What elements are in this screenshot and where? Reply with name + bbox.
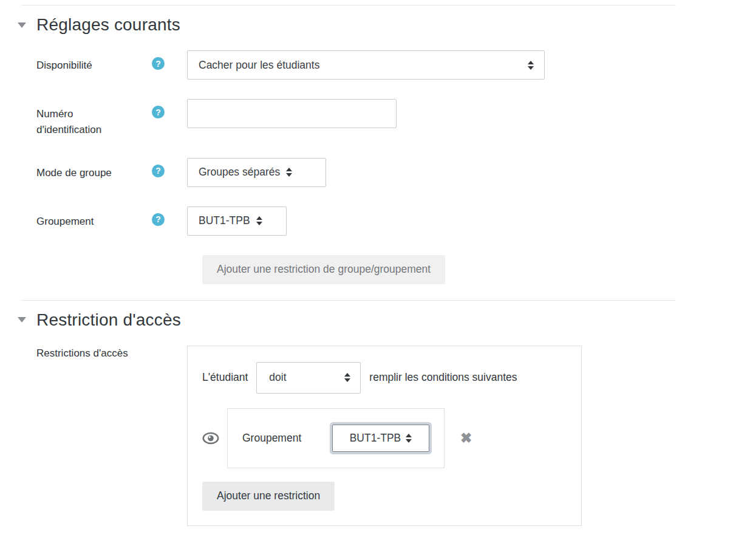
collapse-caret-icon	[18, 317, 26, 323]
section-title-access: Restriction d'accès	[36, 310, 181, 330]
condition-prefix: L'étudiant	[202, 371, 248, 384]
idnumber-field	[187, 99, 397, 128]
restriction-grouping-select[interactable]: BUT1-TPB	[332, 425, 429, 452]
select-arrows-icon	[528, 61, 534, 70]
grouping-select[interactable]: BUT1-TPB	[187, 207, 287, 236]
access-restrictions-field: L'étudiant doit remplir les conditions s…	[187, 346, 582, 526]
help-icon[interactable]: ?	[152, 106, 165, 118]
form-row-availability: Disponibilité ? Cacher pour les étudiant…	[21, 50, 676, 80]
availability-field: Cacher pour les étudiants	[187, 50, 545, 80]
help-icon[interactable]: ?	[152, 57, 165, 70]
help-cell: ?	[152, 207, 187, 226]
top-divider	[21, 5, 676, 5]
restriction-set-box: L'étudiant doit remplir les conditions s…	[187, 346, 582, 526]
section-header-common[interactable]: Réglages courants	[21, 15, 676, 35]
add-restriction-button[interactable]: Ajouter une restriction	[202, 482, 335, 511]
help-icon[interactable]: ?	[152, 165, 165, 177]
form-row-access-restrictions: Restrictions d'accès L'étudiant doit rem…	[21, 346, 676, 526]
section-access-restriction: Restriction d'accès Restrictions d'accès…	[21, 310, 676, 526]
form-row-grouping: Groupement ? BUT1-TPB	[21, 207, 676, 236]
restriction-item-card: Groupement BUT1-TPB	[227, 408, 445, 468]
section-header-access[interactable]: Restriction d'accès	[21, 310, 676, 330]
restriction-type-label: Groupement	[242, 432, 301, 445]
add-group-restriction-row: Ajouter une restriction de groupe/groupe…	[21, 255, 676, 284]
section-title-common: Réglages courants	[36, 15, 180, 35]
grouping-select-value: BUT1-TPB	[199, 214, 250, 227]
groupmode-select[interactable]: Groupes séparés	[187, 158, 326, 187]
select-arrows-icon	[286, 168, 292, 177]
activity-settings-form: Réglages courants Disponibilité ? Cacher…	[21, 0, 676, 526]
condition-line: L'étudiant doit remplir les conditions s…	[202, 362, 567, 394]
section-divider	[21, 300, 676, 301]
remove-restriction-icon[interactable]: ✖	[460, 431, 472, 445]
form-row-groupmode: Mode de groupe ? Groupes séparés	[21, 158, 676, 187]
grouping-label: Groupement	[36, 207, 152, 230]
grouping-field: BUT1-TPB	[187, 207, 287, 236]
add-restriction-row: Ajouter une restriction	[202, 482, 567, 511]
groupmode-label: Mode de groupe	[36, 158, 152, 181]
idnumber-input[interactable]	[187, 99, 397, 128]
condition-suffix: remplir les conditions suivantes	[369, 371, 517, 384]
collapse-caret-icon	[18, 22, 26, 28]
add-group-restriction-button[interactable]: Ajouter une restriction de groupe/groupe…	[202, 255, 445, 284]
section-common-settings: Réglages courants Disponibilité ? Cacher…	[21, 15, 676, 284]
idnumber-label: Numéro d'identification	[36, 99, 152, 138]
restriction-grouping-value: BUT1-TPB	[350, 432, 401, 445]
form-row-idnumber: Numéro d'identification ?	[21, 99, 676, 138]
operator-select[interactable]: doit	[256, 362, 361, 394]
help-cell-empty	[152, 346, 187, 352]
help-cell: ?	[152, 99, 187, 118]
help-cell: ?	[152, 50, 187, 70]
select-arrows-icon	[406, 434, 412, 443]
eye-visibility-icon[interactable]	[202, 432, 219, 445]
select-arrows-icon	[256, 216, 262, 225]
availability-label: Disponibilité	[36, 50, 152, 73]
help-icon[interactable]: ?	[152, 213, 165, 226]
availability-select-value: Cacher pour les étudiants	[199, 59, 319, 72]
access-restrictions-label: Restrictions d'accès	[36, 346, 152, 361]
help-cell: ?	[152, 158, 187, 177]
restriction-row: Groupement BUT1-TPB ✖	[202, 408, 567, 468]
groupmode-select-value: Groupes séparés	[199, 166, 280, 179]
operator-select-value: doit	[269, 371, 286, 384]
availability-select[interactable]: Cacher pour les étudiants	[187, 50, 545, 80]
groupmode-field: Groupes séparés	[187, 158, 326, 187]
select-arrows-icon	[344, 373, 350, 382]
